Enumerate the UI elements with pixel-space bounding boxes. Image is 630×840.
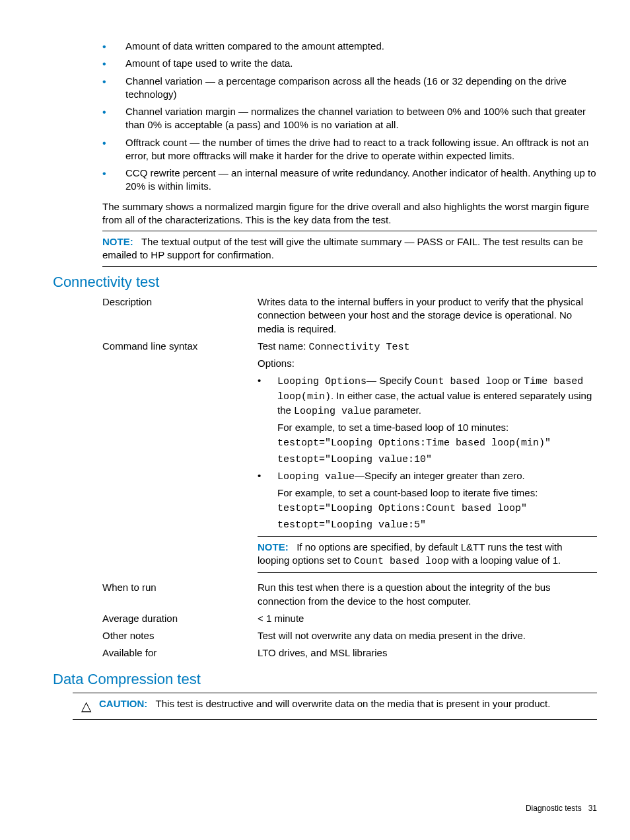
list-item: Amount of data written compared to the a… — [102, 40, 597, 53]
example-code: testopt="Looping Options:Count based loo… — [277, 502, 597, 515]
other-notes-value: Test will not overwrite any data on medi… — [258, 629, 597, 646]
list-item: Channel variation margin — normalizes th… — [102, 105, 597, 132]
example-intro: For example, to set a count-based loop t… — [277, 486, 597, 500]
average-duration-value: < 1 minute — [258, 612, 597, 629]
caution-icon: △ — [73, 697, 99, 715]
heading-connectivity-test: Connectivity test — [53, 272, 597, 292]
when-to-run-label: When to run — [102, 581, 258, 612]
options-label: Options: — [258, 357, 597, 370]
caution-label: CAUTION: — [99, 698, 147, 709]
list-item: Channel variation — a percentage compari… — [102, 75, 597, 102]
example-intro: For example, to set a time-based loop of… — [277, 421, 597, 434]
footer-page-number: 31 — [588, 804, 597, 813]
list-item: Amount of tape used to write the data. — [102, 57, 597, 70]
caution-content: CAUTION: This test is destructive and wi… — [99, 697, 550, 715]
other-notes-label: Other notes — [102, 629, 258, 646]
description-label: Description — [102, 295, 258, 340]
list-item: Offtrack count — the number of times the… — [102, 136, 597, 163]
note-text: The textual output of the test will give… — [102, 236, 583, 260]
intro-bullets: Amount of data written compared to the a… — [53, 40, 597, 194]
heading-data-compression-test: Data Compression test — [53, 669, 597, 689]
average-duration-label: Average duration — [102, 612, 258, 629]
options-list: Looping Options— Specify Count based loo… — [258, 374, 597, 532]
example-code: testopt="Looping value:10" — [277, 453, 597, 467]
inner-note-block: NOTE: If no options are specified, by de… — [258, 536, 597, 574]
option-looping-value: Looping value—Specify an integer greater… — [258, 469, 597, 532]
note-block: NOTE: The textual output of the test wil… — [102, 231, 597, 267]
caution-block: △ CAUTION: This test is destructive and … — [73, 693, 597, 720]
available-for-label: Available for — [102, 646, 258, 664]
note-label: NOTE: — [258, 541, 289, 553]
summary-paragraph: The summary shows a normalized margin fi… — [102, 200, 597, 227]
note-label: NOTE: — [102, 236, 133, 247]
command-line-syntax-label: Command line syntax — [102, 340, 258, 582]
test-name-prefix: Test name: — [258, 340, 309, 352]
command-line-syntax-value: Test name: Connectivity Test Options: Lo… — [258, 340, 597, 582]
page-footer: Diagnostic tests 31 — [526, 803, 597, 814]
test-name-value: Connectivity Test — [309, 342, 410, 353]
connectivity-definition-list: Description Writes data to the internal … — [102, 295, 597, 664]
example-code: testopt="Looping value:5" — [277, 519, 597, 532]
caution-text: This test is destructive and will overwr… — [156, 698, 551, 709]
available-for-value: LTO drives, and MSL libraries — [258, 646, 597, 664]
option-looping-options: Looping Options— Specify Count based loo… — [258, 374, 597, 467]
list-item: CCQ rewrite percent — an internal measur… — [102, 167, 597, 194]
description-value: Writes data to the internal buffers in y… — [258, 295, 597, 340]
example-code: testopt="Looping Options:Time based loop… — [277, 437, 597, 450]
when-to-run-value: Run this test when there is a question a… — [258, 581, 597, 612]
footer-section: Diagnostic tests — [526, 804, 582, 813]
